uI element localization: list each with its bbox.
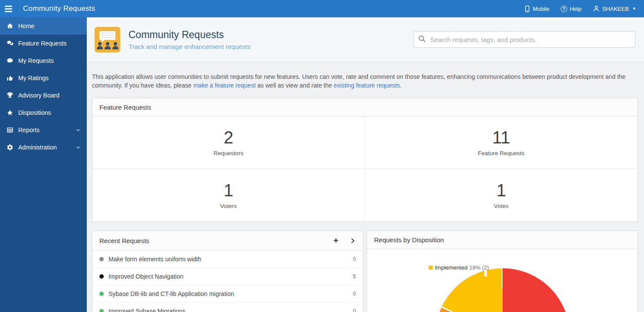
user-name: SHAKEEB [602, 6, 629, 12]
intro-text-middle: as well as view and rate the [256, 82, 334, 89]
stat-feature-requests: 11 Feature Requests [365, 117, 637, 169]
recent-requests-list: Make form elements uniform width 0 Impro… [92, 250, 363, 312]
stat-label: Requestors [214, 150, 243, 156]
sidebar-item-label: Administration [18, 144, 57, 151]
stat-requestors: 2 Requestors [92, 117, 365, 169]
trophy-icon [6, 91, 14, 99]
sidebar-item-reports[interactable]: Reports [0, 121, 87, 139]
disposition-panel-title: Requests by Disposition [374, 236, 444, 244]
main-content: Community Requests Track and manage enha… [87, 17, 644, 312]
recent-requests-title: Recent Requests [99, 237, 149, 244]
request-title[interactable]: Improved Sybase Migrations [108, 308, 185, 312]
request-count: 0 [353, 256, 356, 262]
sidebar-item-label: Dispositions [18, 109, 51, 116]
pie-data-label[interactable]: Implemented 18% (2) [429, 264, 489, 271]
help-icon: ? [561, 6, 567, 12]
user-icon [593, 5, 600, 12]
request-title[interactable]: Sybase DB-lib and CT-lib Application mig… [108, 290, 234, 297]
app-title: Community Requests [23, 4, 95, 13]
sidebar-item-label: Home [18, 23, 34, 29]
list-item[interactable]: Sybase DB-lib and CT-lib Application mig… [92, 285, 363, 302]
stat-voters: 1 Voters [92, 169, 365, 221]
make-feature-request-link[interactable]: make a feature request [193, 82, 256, 89]
mobile-label: Mobile [533, 6, 549, 12]
sidebar-item-administration[interactable]: Administration [0, 139, 87, 156]
page-title: Community Requests [128, 29, 250, 41]
legend-label: Implemented [435, 264, 467, 271]
disposition-chart-area: Implemented 18% (2) [367, 249, 637, 312]
content-area: This application allows user communities… [87, 62, 644, 312]
stats-grid: 2 Requestors 11 Feature Requests 1 Voter… [92, 117, 637, 221]
legend-value: 18% (2) [469, 264, 489, 271]
stat-label: Votes [494, 203, 509, 209]
sidebar-item-home[interactable]: Home [0, 17, 87, 35]
legend-swatch-implemented [429, 266, 433, 270]
mobile-phone-icon [524, 5, 530, 13]
star-icon [6, 109, 14, 117]
chevron-down-icon[interactable] [76, 145, 81, 150]
intro-text: This application allows user communities… [92, 72, 638, 90]
stats-panel-title: Feature Requests [92, 98, 637, 117]
sidebar-item-label: My Requests [18, 57, 54, 64]
help-link[interactable]: ? Help [561, 6, 582, 12]
recent-requests-panel: Recent Requests + Make form elements uni… [92, 231, 363, 312]
speech-bubble-icon [99, 31, 115, 40]
request-count: 0 [353, 291, 356, 297]
sidebar: Home Feature Requests My Requests My Rat… [0, 17, 87, 312]
request-count: 0 [353, 308, 356, 312]
list-item[interactable]: Improved Sybase Migrations 0 [92, 302, 363, 312]
page-header: Community Requests Track and manage enha… [87, 17, 644, 62]
sidebar-item-label: Reports [18, 127, 39, 133]
stat-label: Feature Requests [478, 150, 524, 156]
existing-feature-requests-link[interactable]: existing feature requests [334, 82, 400, 89]
mobile-link[interactable]: Mobile [524, 5, 549, 13]
status-dot [99, 257, 104, 261]
list-item[interactable]: Improved Object Navigation 5 [92, 268, 363, 285]
stat-votes: 1 Votes [365, 169, 637, 221]
sidebar-item-my-requests[interactable]: My Requests [0, 52, 87, 69]
feature-requests-stats-panel: Feature Requests 2 Requestors 11 Feature… [92, 98, 638, 222]
sidebar-item-my-ratings[interactable]: My Ratings [0, 69, 87, 87]
hamburger-menu-icon[interactable] [0, 0, 17, 17]
sidebar-item-feature-requests[interactable]: Feature Requests [0, 35, 87, 52]
comments-icon [6, 39, 14, 47]
caret-down-icon: ▼ [632, 6, 636, 11]
chevron-right-icon[interactable] [349, 237, 356, 244]
request-count: 5 [353, 273, 356, 280]
sidebar-item-label: Feature Requests [18, 40, 66, 47]
intro-text-after: . [400, 82, 401, 89]
search-box[interactable] [413, 31, 635, 48]
table-icon [6, 126, 14, 134]
disposition-pie-chart[interactable] [435, 268, 570, 312]
list-item[interactable]: Make form elements uniform width 0 [92, 250, 363, 268]
add-request-button[interactable]: + [333, 236, 338, 245]
page-subtitle: Track and manage enhancement requests [128, 43, 250, 50]
chevron-down-icon[interactable] [76, 127, 81, 133]
request-title[interactable]: Make form elements uniform width [108, 256, 201, 263]
stat-value: 2 [223, 129, 233, 146]
status-dot [99, 309, 104, 312]
stat-label: Voters [220, 203, 237, 209]
comment-icon [6, 57, 14, 65]
search-icon [418, 35, 426, 45]
gear-icon [6, 143, 14, 151]
sidebar-item-advisory-board[interactable]: Advisory Board [0, 87, 87, 104]
search-input[interactable] [430, 36, 631, 43]
requests-by-disposition-panel: Requests by Disposition Implemented 18% … [367, 231, 638, 312]
sidebar-item-label: My Ratings [18, 75, 49, 81]
help-label: Help [570, 6, 582, 12]
status-dot [99, 292, 104, 296]
thumbs-up-icon [6, 74, 14, 82]
sidebar-item-label: Advisory Board [18, 92, 59, 99]
stat-value: 11 [492, 129, 510, 146]
top-bar-actions: Mobile ? Help SHAKEEB ▼ [524, 5, 636, 13]
community-requests-app-icon [95, 27, 120, 52]
home-icon [6, 22, 14, 30]
stat-value: 1 [223, 182, 233, 199]
sidebar-item-dispositions[interactable]: Dispositions [0, 104, 87, 121]
stat-value: 1 [496, 182, 506, 199]
people-icon [95, 42, 120, 49]
request-title[interactable]: Improved Object Navigation [108, 273, 184, 280]
app-window: Community Requests Mobile ? Help SHAKEEB… [0, 0, 644, 312]
user-menu[interactable]: SHAKEEB ▼ [593, 5, 636, 12]
